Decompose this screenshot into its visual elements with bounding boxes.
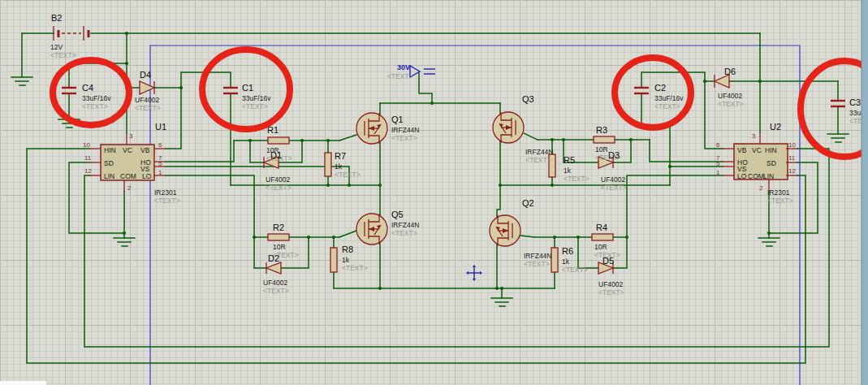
value-label-d4: UF4002: [135, 96, 160, 104]
value-label-r8: 1k: [342, 256, 350, 264]
ref-label-r8: R8: [342, 244, 353, 254]
diode-d6[interactable]: [715, 75, 729, 88]
junction-dot: [767, 231, 771, 235]
junction-dots: [123, 32, 771, 290]
ground-icon[interactable]: [114, 238, 135, 246]
origin-marker-icon: [466, 265, 482, 281]
mosfet-q3[interactable]: [493, 112, 524, 143]
junction-dot: [553, 236, 556, 239]
text-placeholder-d5: <TEXT>: [598, 288, 624, 296]
ref-label-r6: R6: [562, 246, 573, 256]
resistor-r1[interactable]: [268, 137, 289, 144]
vertical-scrollbar[interactable]: [862, 0, 868, 385]
resistor-r6[interactable]: [551, 248, 558, 272]
u1-pin-number-10: 10: [83, 141, 90, 149]
resistor-r2[interactable]: [268, 234, 289, 240]
ref-label-c2: C2: [654, 83, 666, 93]
value-label-c2: 33uF/16v: [654, 94, 684, 102]
junction-dot: [378, 287, 382, 290]
junction-dot: [562, 138, 565, 141]
junction-dot: [668, 165, 672, 168]
u2-pin-name-vb: VB: [737, 146, 747, 154]
value-label-d2: UF4002: [263, 279, 288, 287]
u2-pin-number-2: 2: [759, 184, 763, 192]
text-placeholder-q5: <TEXT>: [391, 229, 417, 237]
u2-pin-number-6: 6: [716, 141, 720, 149]
value-label-u1: IR2301: [154, 188, 177, 197]
capacitor-c1[interactable]: [223, 88, 238, 93]
text-placeholder-b2: <TEXT>: [50, 51, 76, 59]
ref-label-c1: C1: [242, 83, 253, 93]
text-placeholder-d2: <TEXT>: [263, 287, 289, 295]
mosfet-q1[interactable]: [356, 113, 387, 144]
battery-b2[interactable]: [54, 26, 89, 41]
schematic-canvas[interactable]: B2 12V <TEXT> C4 33uF/16v <TEXT> D4 UF40…: [0, 0, 868, 385]
ground-icon[interactable]: [491, 298, 512, 306]
value-label-q3: IRFZ44N: [525, 148, 553, 156]
u2-pin-name-hin: HIN: [765, 146, 777, 154]
u2-pin-number-5: 5: [716, 160, 720, 167]
resistor-r3[interactable]: [594, 136, 615, 143]
value-label-d1: UF4002: [266, 175, 291, 184]
wire[interactable]: [641, 72, 705, 88]
text-placeholder-r6: <TEXT>: [562, 266, 588, 274]
wire[interactable]: [419, 73, 432, 103]
wire[interactable]: [84, 149, 829, 347]
wire[interactable]: [524, 133, 538, 140]
wire[interactable]: [254, 237, 266, 268]
wire[interactable]: [497, 185, 500, 218]
wire[interactable]: [520, 236, 534, 237]
text-placeholder-c2: <TEXT>: [654, 102, 680, 110]
value-label-d3: UF4002: [601, 175, 626, 184]
resistor-r4[interactable]: [592, 234, 613, 240]
wire[interactable]: [166, 141, 250, 162]
u1-pin-number-3: 3: [129, 132, 133, 140]
text-placeholder-r5: <TEXT>: [564, 175, 589, 183]
u2-pin-name-vc: VC: [752, 146, 762, 154]
capacitor-c3[interactable]: [831, 101, 845, 106]
u2-pin-number-3: 3: [752, 132, 756, 140]
junction-dot: [499, 184, 502, 187]
value-label-c1: 33uF/16v: [242, 94, 271, 102]
resistor-r8[interactable]: [330, 248, 337, 272]
junction-dot: [307, 236, 310, 239]
wire[interactable]: [339, 231, 356, 237]
junction-dot: [125, 62, 128, 65]
wire[interactable]: [166, 88, 181, 149]
supply-flag-30v[interactable]: [410, 66, 435, 77]
u2-pin-number-10: 10: [788, 141, 796, 149]
u1-pin-number-6: 6: [158, 141, 162, 149]
u2-pin-name-lo: LO: [737, 172, 747, 180]
annotation-circle-c2[interactable]: [615, 58, 691, 128]
ref-label-r2: R2: [273, 223, 284, 232]
ref-label-r3: R3: [596, 125, 607, 135]
wire[interactable]: [250, 141, 264, 162]
ground-icon[interactable]: [827, 134, 849, 142]
u1-pin-number-11: 11: [84, 154, 92, 162]
text-placeholder-d6: <TEXT>: [718, 100, 744, 108]
ground-icon[interactable]: [11, 77, 32, 85]
value-label-d5: UF4002: [598, 280, 624, 288]
diode-d2[interactable]: [266, 262, 281, 274]
mosfet-q2[interactable]: [490, 215, 520, 246]
junction-dot: [348, 184, 351, 187]
mosfet-q5[interactable]: [356, 214, 387, 244]
diode-d4[interactable]: [140, 81, 154, 94]
resistor-r7[interactable]: [325, 153, 331, 176]
value-label-u2: IR2301: [767, 188, 790, 197]
wire[interactable]: [339, 135, 356, 141]
u1-pin-number-2: 2: [127, 184, 132, 192]
value-label-r5: 1k: [564, 167, 572, 175]
ref-label-u1: U1: [155, 122, 166, 132]
junction-dot: [326, 184, 330, 187]
capacitor-c4[interactable]: [62, 88, 76, 93]
u1-pin-name-vc: VC: [123, 146, 132, 154]
text-placeholder-d4: <TEXT>: [135, 104, 161, 112]
window-edge-sliver: [0, 381, 46, 385]
junction-dot: [629, 138, 633, 141]
wire[interactable]: [650, 140, 723, 162]
value-label-d6: UF4002: [718, 92, 743, 100]
junction-dot: [378, 184, 382, 187]
capacitor-c2[interactable]: [634, 88, 649, 93]
ground-icon[interactable]: [758, 238, 779, 246]
